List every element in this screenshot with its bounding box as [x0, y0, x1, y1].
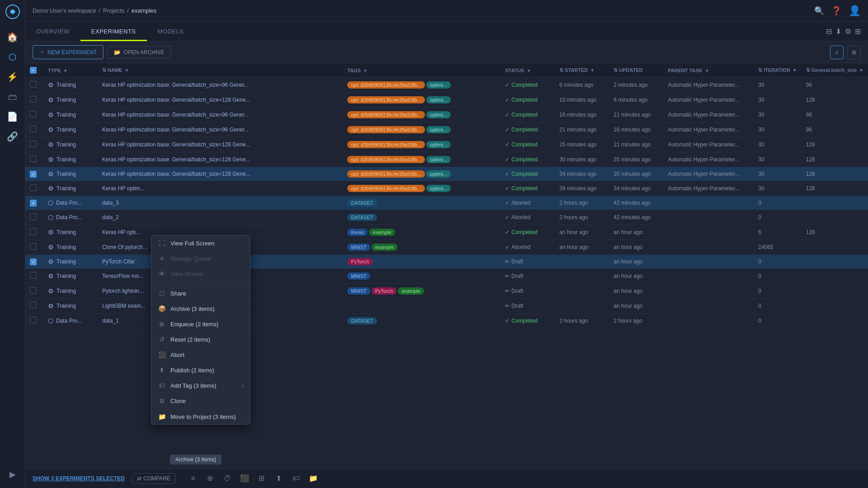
sidebar-bottom-icon[interactable]: ▶ [4, 465, 22, 483]
ctx-reset[interactable]: ↺ Reset (2 items) [151, 332, 250, 347]
help-icon[interactable]: ❓ [831, 6, 841, 16]
row-checkbox[interactable]: ✓ [25, 167, 43, 181]
row-checkbox[interactable] [25, 284, 43, 299]
col-parent[interactable]: PARENT TASK ▼ [663, 63, 754, 78]
download-icon[interactable]: ⬇ [835, 27, 841, 36]
row-checkbox[interactable] [25, 137, 43, 152]
row-name[interactable]: Keras HP optimization base: General/batc… [98, 93, 343, 108]
col-iteration[interactable]: ⇅ ITERATION ▼ [754, 63, 801, 78]
row-checkbox[interactable] [25, 122, 43, 137]
ctx-share[interactable]: ⬡ Share [151, 286, 250, 301]
ctx-add-tag[interactable]: 🏷 Add Tag (3 items) › [151, 378, 250, 393]
row-checkbox[interactable] [25, 152, 43, 167]
row-checkbox[interactable] [25, 108, 43, 122]
breadcrumb-projects[interactable]: Projects [103, 7, 124, 14]
row-name[interactable]: data_2 [98, 210, 343, 225]
row-tags: opt: d2b90906136c4e2fad18b...optimi... [343, 181, 500, 196]
tab-models[interactable]: MODELS [147, 22, 195, 41]
row-checkbox[interactable] [25, 314, 43, 328]
ctx-view-full-screen[interactable]: ⛶ View Full Screen [151, 235, 250, 251]
tab-overview[interactable]: OVERVIEW [25, 22, 80, 41]
row-batch [802, 284, 868, 299]
table-row[interactable]: ⚙ Training Keras HP optimization base: G… [25, 108, 868, 122]
sidebar-item-hub[interactable]: 🔗 [4, 127, 22, 145]
row-checkbox[interactable] [25, 181, 43, 196]
bottom-tag-icon[interactable]: 🏷 [289, 472, 303, 485]
open-archive-button[interactable]: 📂 OPEN ARCHIVE [107, 46, 171, 59]
bottom-graph-icon[interactable]: ⊕ [203, 472, 217, 485]
sidebar-item-reports[interactable]: 📄 [4, 108, 22, 126]
search-icon[interactable]: 🔍 [814, 6, 824, 16]
row-checkbox[interactable]: ✓ [25, 255, 43, 269]
breadcrumb-workspace[interactable]: Demo User's workspace [33, 7, 96, 14]
row-name[interactable]: Keras HP optimization base: General/batc… [98, 78, 343, 93]
bottom-list-view[interactable]: ≡ [186, 472, 200, 485]
bottom-upload-icon[interactable]: ⬆ [272, 472, 286, 485]
tag: optimi... [426, 96, 451, 103]
table-row[interactable]: ⚙ Training Keras HP optimization base: G… [25, 122, 868, 137]
col-status[interactable]: STATUS ▼ [500, 63, 555, 78]
table-row[interactable]: ✓ ⚙ Training Keras HP optimization base:… [25, 167, 868, 181]
filter-icon[interactable]: ⊟ [826, 27, 832, 36]
ctx-clone[interactable]: ⧉ Clone [151, 393, 250, 409]
show-selected-button[interactable]: SHOW 3 EXPERIMENTS SELECTED [33, 475, 125, 482]
ctx-archive[interactable]: 📦 Archive (3 items) [151, 301, 250, 316]
bottom-columns-icon[interactable]: ⊞ [255, 472, 269, 485]
bottom-stop-icon[interactable]: ⬛ [238, 472, 251, 485]
col-name[interactable]: ⇅ NAME ▼ [98, 63, 343, 78]
col-tags[interactable]: TAGS ▼ [343, 63, 500, 78]
col-started[interactable]: ⇅ STARTED ▼ [555, 63, 609, 78]
ctx-enqueue[interactable]: ⊕ Enqueue (2 items) [151, 316, 250, 332]
sidebar-item-models[interactable]: 🗃 [4, 88, 22, 106]
row-checkbox[interactable] [25, 78, 43, 93]
settings-icon[interactable]: ⚙ [845, 27, 851, 36]
table-row[interactable]: ⚙ Training Keras HP optimization base: G… [25, 93, 868, 108]
type-icon: ⬡ [48, 214, 53, 221]
row-checkbox[interactable] [25, 210, 43, 225]
row-checkbox[interactable] [25, 225, 43, 240]
row-checkbox[interactable] [25, 93, 43, 108]
tab-experiments[interactable]: EXPERIMENTS [80, 22, 147, 41]
col-type[interactable]: TYPE ▼ [43, 63, 98, 78]
row-name[interactable]: Keras HP optimization base: General/batc… [98, 152, 343, 167]
row-status: ✓Aborted [500, 210, 555, 225]
row-name[interactable]: Keras HP optim... [98, 181, 343, 196]
row-name[interactable]: Keras HP optimization base: General/batc… [98, 167, 343, 181]
bottom-history-icon[interactable]: ⏱ [221, 472, 234, 485]
user-avatar[interactable]: 👤 [849, 5, 861, 17]
grid-icon[interactable]: ⊞ [855, 27, 861, 36]
grid-view-button[interactable]: ⊞ [847, 46, 861, 59]
table-row[interactable]: ⚙ Training Keras HP optimization base: G… [25, 152, 868, 167]
row-name[interactable]: Keras HP optimization base: General/batc… [98, 137, 343, 152]
table-row[interactable]: ⚙ Training Keras HP optimization base: G… [25, 78, 868, 93]
col-updated[interactable]: ⇅ UPDATED [609, 63, 663, 78]
ctx-abort[interactable]: ⬛ Abort [151, 347, 250, 362]
col-batch-size[interactable]: ⇅ General.batch_size ▼ [802, 63, 868, 78]
row-name[interactable]: Keras HP optimization base: General/batc… [98, 122, 343, 137]
row-checkbox[interactable]: ✓ [25, 196, 43, 210]
table-header-row: − TYPE ▼ ⇅ NAME ▼ TAGS ▼ STATUS ▼ ⇅ STAR… [25, 63, 868, 78]
select-all-checkbox[interactable]: − [25, 63, 43, 78]
sidebar-item-experiments[interactable]: ⬡ [4, 48, 22, 66]
ctx-move-to-project[interactable]: 📁 Move to Project (3 items) [151, 409, 250, 424]
table-row[interactable]: ⚙ Training Keras HP optimization base: G… [25, 137, 868, 152]
table-row[interactable]: ✓ ⬡ Data Pro... data_3 DATASET ✓Aborted … [25, 196, 868, 210]
sidebar-item-home[interactable]: 🏠 [4, 28, 22, 46]
row-checkbox[interactable] [25, 299, 43, 314]
list-view-button[interactable]: ≡ [830, 46, 844, 59]
sidebar-item-pipelines[interactable]: ⚡ [4, 68, 22, 86]
compare-button[interactable]: ⇄ COMPARE [132, 473, 175, 484]
ctx-publish[interactable]: ⬆ Publish (2 items) [151, 362, 250, 378]
row-started: 34 minutes ago [555, 167, 609, 181]
new-experiment-button[interactable]: ＋ NEW EXPERIMENT [33, 45, 104, 59]
table-row[interactable]: ⬡ Data Pro... data_2 DATASET ✓Aborted 2 … [25, 210, 868, 225]
row-checkbox[interactable] [25, 269, 43, 284]
row-name[interactable]: Keras HP optimization base: General/batc… [98, 108, 343, 122]
experiments-table-container[interactable]: − TYPE ▼ ⇅ NAME ▼ TAGS ▼ STATUS ▼ ⇅ STAR… [25, 63, 868, 468]
row-updated: an hour ago [609, 299, 663, 314]
table-row[interactable]: ⚙ Training Keras HP optim... opt: d2b909… [25, 181, 868, 196]
app-logo[interactable] [5, 4, 21, 20]
bottom-folder-icon[interactable]: 📁 [307, 472, 320, 485]
row-name[interactable]: data_3 [98, 196, 343, 210]
row-checkbox[interactable] [25, 240, 43, 255]
